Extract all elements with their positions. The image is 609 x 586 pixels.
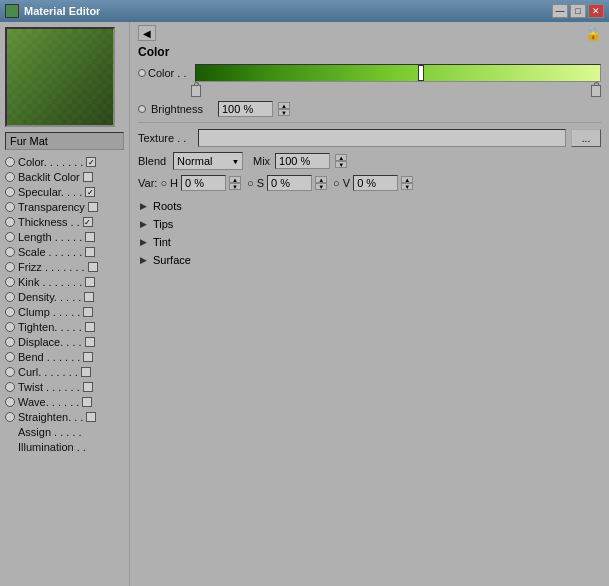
property-checkbox[interactable]	[81, 367, 91, 377]
var-s-spinner[interactable]: ▲ ▼	[315, 176, 327, 190]
property-item-wave.-.-.-.-.-.[interactable]: Wave. . . . . .	[5, 395, 124, 409]
var-s-input[interactable]: 0 %	[267, 175, 312, 191]
property-checkbox[interactable]	[85, 187, 95, 197]
property-radio[interactable]	[5, 262, 15, 272]
property-item-length-.-.-.-.-.[interactable]: Length . . . . .	[5, 230, 124, 244]
property-item-transparency[interactable]: Transparency	[5, 200, 124, 214]
property-item-backlit-color[interactable]: Backlit Color	[5, 170, 124, 184]
property-radio[interactable]	[5, 232, 15, 242]
property-item-clump-.-.-.-.-.[interactable]: Clump . . . . .	[5, 305, 124, 319]
mix-spinner[interactable]: ▲ ▼	[335, 154, 347, 168]
property-radio[interactable]	[5, 337, 15, 347]
section-item-tint[interactable]: ▶Tint	[138, 234, 601, 250]
mix-input[interactable]: 100 %	[275, 153, 330, 169]
var-v-down[interactable]: ▼	[401, 183, 413, 190]
property-item-displace.-.-.-.[interactable]: Displace. . . .	[5, 335, 124, 349]
var-s-up[interactable]: ▲	[315, 176, 327, 183]
property-item-scale-.-.-.-.-.-.[interactable]: Scale . . . . . .	[5, 245, 124, 259]
var-v-spinner[interactable]: ▲ ▼	[401, 176, 413, 190]
browse-button[interactable]: ...	[571, 129, 601, 147]
property-radio[interactable]	[5, 397, 15, 407]
property-radio[interactable]	[5, 277, 15, 287]
property-item-thickness-.-.[interactable]: Thickness . .	[5, 215, 124, 229]
property-radio[interactable]	[5, 352, 15, 362]
blend-row: Blend Normal ▼ Mix 100 % ▲ ▼	[130, 150, 609, 172]
var-v-input[interactable]: 0 %	[353, 175, 398, 191]
property-item-illumination-.-.[interactable]: Illumination . .	[5, 440, 124, 454]
property-checkbox[interactable]	[82, 397, 92, 407]
var-v-up[interactable]: ▲	[401, 176, 413, 183]
property-radio[interactable]	[5, 247, 15, 257]
property-label: Density. . . . .	[18, 291, 81, 303]
divider-1	[138, 122, 601, 123]
brightness-radio[interactable]	[138, 105, 146, 113]
property-checkbox[interactable]	[83, 172, 93, 182]
section-item-surface[interactable]: ▶Surface	[138, 252, 601, 268]
property-item-kink-.-.-.-.-.-.-.[interactable]: Kink . . . . . . .	[5, 275, 124, 289]
property-checkbox[interactable]	[83, 307, 93, 317]
property-checkbox[interactable]	[83, 352, 93, 362]
mix-down[interactable]: ▼	[335, 161, 347, 168]
color-slider-track[interactable]	[195, 64, 601, 82]
property-checkbox[interactable]	[83, 217, 93, 227]
brightness-down[interactable]: ▼	[278, 109, 290, 116]
texture-field[interactable]	[198, 129, 566, 147]
property-radio[interactable]	[5, 217, 15, 227]
property-radio[interactable]	[5, 412, 15, 422]
brightness-spinner[interactable]: ▲ ▼	[278, 102, 290, 116]
mix-up[interactable]: ▲	[335, 154, 347, 161]
brightness-up[interactable]: ▲	[278, 102, 290, 109]
property-item-twist-.-.-.-.-.-.[interactable]: Twist . . . . . .	[5, 380, 124, 394]
property-item-straighten.-.-.[interactable]: Straighten. . .	[5, 410, 124, 424]
property-item-assign-.-.-.-.-.[interactable]: Assign . . . . .	[5, 425, 124, 439]
var-h-input[interactable]: 0 %	[181, 175, 226, 191]
property-item-tighten.-.-.-.-.[interactable]: Tighten. . . . .	[5, 320, 124, 334]
maximize-button[interactable]: □	[570, 4, 586, 18]
back-arrow-button[interactable]: ◀	[138, 25, 156, 41]
property-radio[interactable]	[5, 157, 15, 167]
property-checkbox[interactable]	[85, 322, 95, 332]
property-radio[interactable]	[5, 382, 15, 392]
close-button[interactable]: ✕	[588, 4, 604, 18]
brightness-input[interactable]: 100 %	[218, 101, 273, 117]
property-item-bend-.-.-.-.-.-.[interactable]: Bend . . . . . .	[5, 350, 124, 364]
property-radio[interactable]	[5, 187, 15, 197]
property-item-density.-.-.-.-.[interactable]: Density. . . . .	[5, 290, 124, 304]
property-item-color.-.-.-.-.-.-.[interactable]: Color. . . . . . .	[5, 155, 124, 169]
var-h-down[interactable]: ▼	[229, 183, 241, 190]
property-item-specular.-.-.-.[interactable]: Specular. . . .	[5, 185, 124, 199]
lock-icon[interactable]: 🔒	[585, 26, 601, 41]
property-radio[interactable]	[5, 322, 15, 332]
property-label: Specular. . . .	[18, 186, 82, 198]
property-checkbox[interactable]	[85, 277, 95, 287]
color-radio[interactable]	[138, 69, 146, 77]
color-slider-thumb[interactable]	[418, 65, 424, 81]
property-radio[interactable]	[5, 367, 15, 377]
property-radio[interactable]	[5, 292, 15, 302]
property-checkbox[interactable]	[86, 157, 96, 167]
property-checkbox[interactable]	[86, 412, 96, 422]
property-radio[interactable]	[5, 307, 15, 317]
property-item-frizz-.-.-.-.-.-.-.[interactable]: Frizz . . . . . . .	[5, 260, 124, 274]
property-checkbox[interactable]	[84, 292, 94, 302]
property-checkbox[interactable]	[88, 202, 98, 212]
texture-label: Texture . .	[138, 132, 193, 144]
section-item-tips[interactable]: ▶Tips	[138, 216, 601, 232]
window-controls[interactable]: — □ ✕	[552, 4, 604, 18]
var-h-spinner[interactable]: ▲ ▼	[229, 176, 241, 190]
section-item-roots[interactable]: ▶Roots	[138, 198, 601, 214]
property-item-curl.-.-.-.-.-.-.[interactable]: Curl. . . . . . .	[5, 365, 124, 379]
blend-select[interactable]: Normal ▼	[173, 152, 243, 170]
property-radio[interactable]	[5, 172, 15, 182]
property-checkbox[interactable]	[85, 232, 95, 242]
property-checkbox[interactable]	[88, 262, 98, 272]
var-s-down[interactable]: ▼	[315, 183, 327, 190]
minimize-button[interactable]: —	[552, 4, 568, 18]
material-name-label[interactable]: Fur Mat	[5, 132, 124, 150]
var-h-up[interactable]: ▲	[229, 176, 241, 183]
property-radio[interactable]	[5, 202, 15, 212]
property-checkbox[interactable]	[83, 382, 93, 392]
right-lock-icon	[591, 85, 601, 97]
property-checkbox[interactable]	[85, 247, 95, 257]
property-checkbox[interactable]	[85, 337, 95, 347]
